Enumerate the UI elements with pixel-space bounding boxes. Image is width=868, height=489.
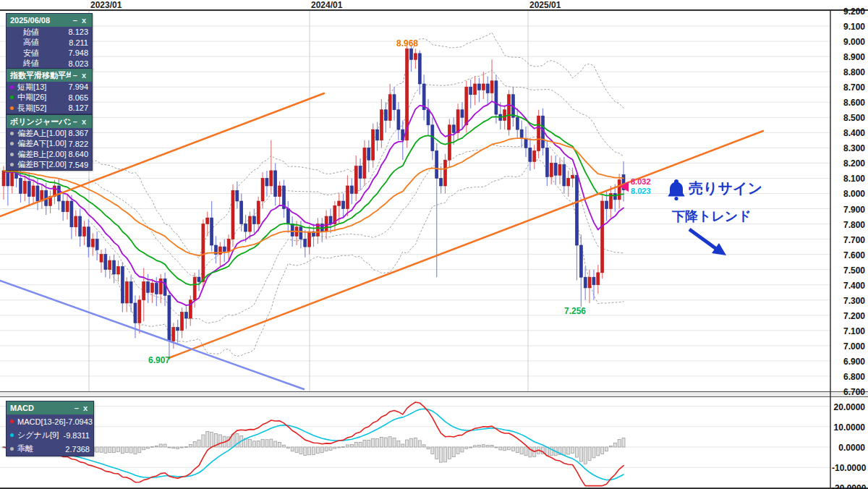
price-tick-label: 8.900 — [832, 52, 865, 62]
bollinger-panel-titlebar[interactable]: ボリンジャーバンド – x — [7, 115, 92, 128]
indicator-value: 8.127 — [68, 103, 88, 112]
macd-signal-line — [4, 409, 624, 480]
ema-info-panel[interactable]: 指数平滑移動平均 – x 短期[13]7.994中期[26]8.065長期[52… — [6, 68, 93, 114]
indicator-row: 偏差A上[1.00]8.367 — [7, 128, 92, 139]
close-button[interactable]: x — [80, 16, 88, 25]
series-color-dot — [10, 447, 14, 451]
sell-signal-label: 売りサイン — [689, 179, 762, 198]
indicator-label: MACD[13-26] — [17, 417, 66, 426]
macd-panel-titlebar[interactable]: MACD – x — [7, 401, 93, 414]
indicator-label: 長期[52] — [17, 103, 68, 114]
price-tick-label: 7.300 — [832, 296, 865, 306]
price-tick-label: 8.600 — [832, 98, 865, 108]
indicator-row: MACD[13-26]-7.0943 — [7, 414, 93, 428]
indicator-row: 偏差B下[2.00]7.549 — [7, 160, 92, 171]
indicator-label: 乖離 — [17, 443, 65, 454]
indicator-label: 偏差A下[1.00] — [17, 138, 68, 149]
series-color-dot — [10, 106, 14, 110]
indicator-label: 高値 — [10, 37, 69, 48]
close-button[interactable]: x — [80, 117, 88, 126]
indicator-label: 始値 — [10, 27, 68, 38]
series-color-dot — [10, 132, 14, 135]
series-color-dot — [10, 85, 14, 89]
bell-icon — [668, 179, 685, 200]
indicator-value: 8.211 — [69, 38, 88, 47]
ohlc-panel-titlebar[interactable]: 2025/06/08 – x — [7, 14, 92, 27]
indicator-row: シグナル[9]-9.8311 — [7, 428, 93, 442]
low-2023-label: 6.907 — [148, 355, 170, 365]
indicator-row: 偏差B上[2.00]8.640 — [7, 149, 92, 160]
indicator-label: 偏差B上[2.00] — [17, 149, 68, 160]
macd-info-panel[interactable]: MACD – x MACD[13-26]-7.0943シグナル[9]-9.831… — [6, 401, 94, 456]
indicator-row: 短期[13]7.994 — [7, 82, 92, 93]
indicator-value: 7.948 — [68, 48, 88, 57]
minimize-button[interactable]: – — [71, 117, 80, 126]
indicator-value: 7.549 — [68, 161, 88, 169]
ema-panel-title: 指数平滑移動平均 — [10, 70, 71, 81]
indicator-label: 中期[26] — [17, 92, 68, 103]
date-tick-label: 2025/01 — [529, 0, 561, 10]
indicator-row: 乖離2.7368 — [7, 442, 93, 456]
indicator-row: 安値7.948 — [7, 48, 92, 59]
grid-lines — [0, 10, 830, 488]
price-tick-label: 8.300 — [832, 143, 865, 153]
indicator-row: 長期[52]8.127 — [7, 103, 92, 114]
chart-frame — [0, 10, 868, 488]
peak-price-label: 8.968 — [396, 38, 418, 48]
indicator-value: 2.7368 — [65, 445, 90, 454]
date-tick-label: 2023/01 — [90, 0, 122, 10]
low-2025-label: 7.256 — [564, 306, 586, 316]
price-tick-label: 8.700 — [832, 82, 865, 93]
price-tick-label: 8.400 — [832, 128, 865, 138]
indicator-value: 8.065 — [68, 93, 88, 102]
close-button[interactable]: x — [81, 404, 90, 412]
price-tick-label: 8.100 — [832, 174, 865, 184]
candlesticks — [2, 46, 625, 360]
minimize-button[interactable]: – — [71, 16, 80, 25]
ohlc-info-panel[interactable]: 2025/06/08 – x 始値8.123高値8.211安値7.948終値8.… — [6, 13, 93, 69]
close-button[interactable]: x — [80, 71, 88, 80]
downtrend-label: 下降トレンド — [672, 208, 752, 225]
marker-price-lower-label: 8.023 — [631, 187, 651, 195]
macd-tick-label: -20.0000 — [832, 483, 865, 489]
minimize-button[interactable]: – — [71, 71, 80, 80]
price-tick-label: 7.200 — [832, 311, 865, 321]
price-tick-label: 7.100 — [832, 326, 865, 336]
price-tick-label: 9.200 — [832, 7, 865, 17]
indicator-label: シグナル[9] — [17, 430, 64, 441]
ema-panel-body: 短期[13]7.994中期[26]8.065長期[52]8.127 — [7, 82, 92, 114]
price-tick-label: 7.800 — [832, 220, 865, 230]
indicator-value: 8.123 — [68, 27, 88, 36]
price-tick-label: 8.500 — [832, 113, 865, 123]
indicator-label: 安値 — [10, 48, 68, 59]
price-tick-label: 8.200 — [832, 158, 865, 169]
macd-tick-label: 20.0000 — [832, 402, 865, 412]
indicator-value: -9.8311 — [64, 431, 90, 440]
bollinger-panel-body: 偏差A上[1.00]8.367偏差A下[1.00]7.822偏差B上[2.00]… — [7, 128, 92, 170]
series-color-dot — [10, 95, 14, 99]
minimize-button[interactable]: – — [72, 404, 81, 412]
indicator-value: 8.367 — [68, 129, 88, 137]
price-tick-label: 7.700 — [832, 235, 865, 245]
price-chart-canvas[interactable] — [0, 0, 868, 489]
macd-panel-body: MACD[13-26]-7.0943シグナル[9]-9.8311乖離2.7368 — [7, 414, 93, 456]
price-tick-label: 7.400 — [832, 281, 865, 291]
ohlc-panel-body: 始値8.123高値8.211安値7.948終値8.023 — [7, 27, 92, 69]
series-color-dot — [10, 142, 14, 145]
downtrend-arrow[interactable] — [689, 229, 726, 255]
date-tick-label: 2024/01 — [311, 0, 342, 10]
price-tick-label: 6.700 — [832, 387, 865, 397]
indicator-value: 7.994 — [68, 82, 88, 91]
price-tick-label: 6.800 — [832, 372, 865, 382]
macd-panel-title: MACD — [10, 404, 72, 412]
indicator-label: 偏差A上[1.00] — [17, 128, 68, 139]
bollinger-info-panel[interactable]: ボリンジャーバンド – x 偏差A上[1.00]8.367偏差A下[1.00]7… — [6, 114, 93, 171]
price-tick-label: 6.900 — [832, 357, 865, 367]
indicator-row: 中期[26]8.065 — [7, 93, 92, 103]
indicator-value: 7.822 — [68, 140, 88, 148]
chart-application-window: 2023/012024/012025/01 9.2009.1009.0008.9… — [0, 0, 868, 489]
ema-panel-titlebar[interactable]: 指数平滑移動平均 – x — [7, 69, 92, 82]
price-tick-label: 9.100 — [832, 22, 865, 32]
price-tick-label: 9.000 — [832, 37, 865, 47]
indicator-row: 偏差A下[1.00]7.822 — [7, 139, 92, 150]
